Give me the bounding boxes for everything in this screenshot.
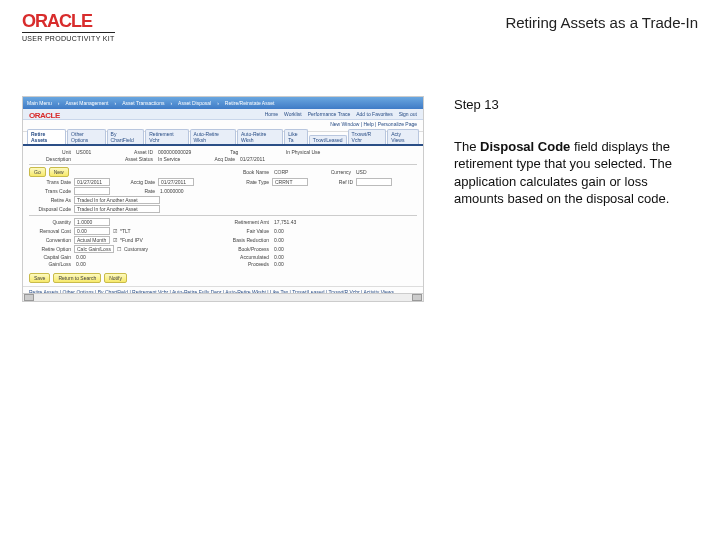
proceeds-label: Proceeds	[227, 261, 269, 267]
horizontal-scrollbar[interactable]	[23, 293, 423, 301]
instruction-text: The Disposal Code field displays the ret…	[454, 138, 686, 208]
nav-worklist[interactable]: Worklist	[284, 111, 302, 117]
app-screenshot: Main Menu› Asset Management› Asset Trans…	[22, 96, 424, 302]
return-button[interactable]: Return to Search	[53, 273, 101, 283]
tab-retire-assets[interactable]: Retire Assets	[27, 129, 66, 144]
transcode-label: Trans Code	[29, 188, 71, 194]
desc-label: Description	[29, 156, 71, 162]
assetid-value: 000000000029	[156, 149, 193, 155]
tab-chartfield[interactable]: By ChartField	[107, 129, 145, 144]
convention-label: Convention	[29, 237, 71, 243]
transdate-field[interactable]: 01/27/2011	[74, 178, 110, 186]
ratetype-label: Rate Type	[227, 179, 269, 185]
disposal-label: Disposal Code	[29, 206, 71, 212]
blproc-label: Book/Process	[227, 246, 269, 252]
fund-label: *Fund IPV	[120, 237, 162, 243]
rate-value: 1.0000000	[158, 188, 192, 194]
book-label: Book Name	[227, 169, 269, 175]
page-title: Retiring Assets as a Trade-In	[505, 14, 698, 31]
tab-other-options[interactable]: Other Options	[67, 129, 105, 144]
breadcrumb: Main Menu	[27, 100, 52, 106]
nav-favorites[interactable]: Add to Favorites	[356, 111, 392, 117]
save-button[interactable]: Save	[29, 273, 50, 283]
transcode-field[interactable]	[74, 187, 110, 195]
unit-label: Unit	[29, 149, 71, 155]
breadcrumb: Retire/Reinstate Asset	[225, 100, 274, 106]
proceeds-value: 0.00	[272, 261, 306, 267]
nav-signout[interactable]: Sign out	[399, 111, 417, 117]
topnav: Home Worklist Performance Trace Add to F…	[23, 109, 423, 120]
blproc-value: 0.00	[272, 246, 306, 252]
tab-activity[interactable]: Acty Views	[387, 129, 419, 144]
ratetype-field[interactable]: CRRNT	[272, 178, 308, 186]
tab-ret-vchr[interactable]: Retirement Vchr	[145, 129, 188, 144]
quantity-field[interactable]: 1.0000	[74, 218, 110, 226]
disposal-code-field[interactable]: Traded In for Another Asset	[74, 205, 160, 213]
tlt-checkbox[interactable]: ☑	[113, 228, 117, 234]
acqdate-value: 01/27/2011	[238, 156, 272, 162]
brand-block: ORACLE USER PRODUCTIVITY KIT	[22, 12, 115, 42]
acctdate-field[interactable]: 01/27/2011	[158, 178, 194, 186]
tlt-label: *TLT	[120, 228, 162, 234]
nav-home[interactable]: Home	[265, 111, 278, 117]
customary-checkbox[interactable]: ☐	[117, 246, 121, 252]
fairval-value: 0.00	[272, 228, 306, 234]
status-label: Asset Status	[111, 156, 153, 162]
convention-field[interactable]: Actual Month	[74, 236, 110, 244]
notify-button[interactable]: Notify	[104, 273, 127, 283]
ipd-label: In Physical Use	[278, 149, 320, 155]
rate-label: Rate	[113, 188, 155, 194]
tab-autoretire1[interactable]: Auto-Retire Wksh	[190, 129, 236, 144]
oracle-logo: ORACLE	[22, 12, 115, 30]
capgain-value: 0.00	[74, 254, 108, 260]
tag-value	[241, 149, 275, 155]
gainloss-label: Gain/Loss	[29, 261, 71, 267]
desc-value	[74, 156, 108, 162]
customary-label: Customary	[124, 246, 166, 252]
retireamt-value: 17,751.43	[272, 219, 306, 225]
refid-field[interactable]	[356, 178, 392, 186]
capgain-label: Capital Gain	[29, 254, 71, 260]
retireas-label: Retire As	[29, 197, 71, 203]
accum-value: 0.00	[272, 254, 306, 260]
para-lead: The	[454, 139, 480, 154]
instruction-panel: Step 13 The Disposal Code field displays…	[454, 96, 686, 208]
retireopt-field[interactable]: Calc Gain/Loss	[74, 245, 114, 253]
retireas-field[interactable]: Traded In for Another Asset	[74, 196, 160, 204]
app-logo: ORACLE	[29, 111, 60, 120]
basisred-label: Basis Reduction	[227, 237, 269, 243]
new-button[interactable]: New	[49, 167, 69, 177]
status-value: In Service	[156, 156, 190, 162]
fund-checkbox[interactable]: ☑	[113, 237, 117, 243]
go-button[interactable]: Go	[29, 167, 46, 177]
nav-perftrace[interactable]: Performance Trace	[308, 111, 351, 117]
basisred-value: 0.00	[272, 237, 306, 243]
currency-value: USD	[354, 169, 388, 175]
retireamt-label: Retirement Amt	[227, 219, 269, 225]
tab-autoretire2[interactable]: Auto-Retire Wksh	[237, 129, 283, 144]
breadcrumb: Asset Disposal	[178, 100, 211, 106]
acqdate-label: Acq Date	[193, 156, 235, 162]
scroll-right-icon[interactable]	[412, 294, 422, 301]
tabstrip: Retire Assets Other Options By ChartFiel…	[23, 132, 423, 146]
gainloss-value: 0.00	[74, 261, 108, 267]
removal-field[interactable]: 0.00	[74, 227, 110, 235]
breadcrumb: Asset Transactions	[122, 100, 164, 106]
acctdate-label: Acctg Date	[113, 179, 155, 185]
transdate-label: Trans Date	[29, 179, 71, 185]
tab-liketax[interactable]: Like Ta	[284, 129, 307, 144]
unit-value: US001	[74, 149, 108, 155]
accum-label: Accumulated	[227, 254, 269, 260]
tab-trx-vchr[interactable]: Trxswt/R Vchr	[348, 129, 387, 144]
scroll-left-icon[interactable]	[24, 294, 34, 301]
refid-label: Ref ID	[311, 179, 353, 185]
tab-trx-leased[interactable]: Trxwt/Leased	[309, 135, 347, 144]
assetid-label: Asset ID	[111, 149, 153, 155]
currency-label: Currency	[309, 169, 351, 175]
logo-subtitle: USER PRODUCTIVITY KIT	[22, 32, 115, 42]
book-value: CORP	[272, 169, 306, 175]
fairval-label: Fair Value	[227, 228, 269, 234]
step-heading: Step 13	[454, 96, 686, 114]
quantity-label: Quantity	[29, 219, 71, 225]
retireopt-label: Retire Option	[29, 246, 71, 252]
